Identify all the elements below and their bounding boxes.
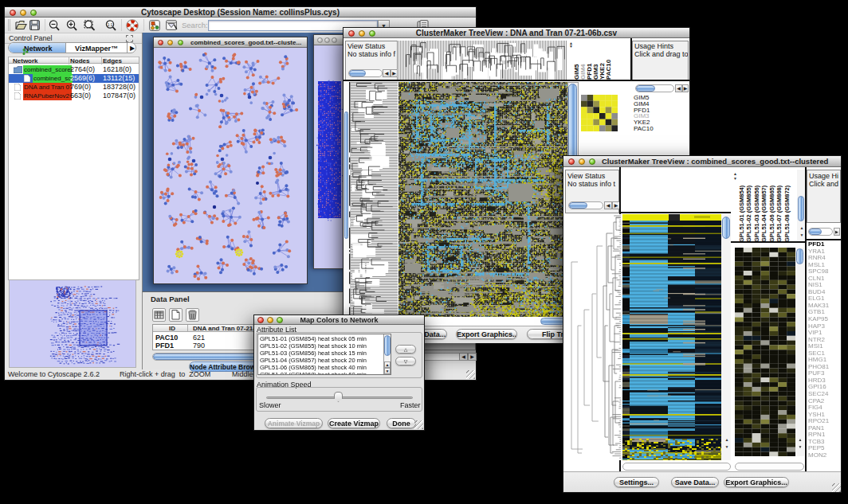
svg-text:1:1: 1:1 [108,22,113,27]
